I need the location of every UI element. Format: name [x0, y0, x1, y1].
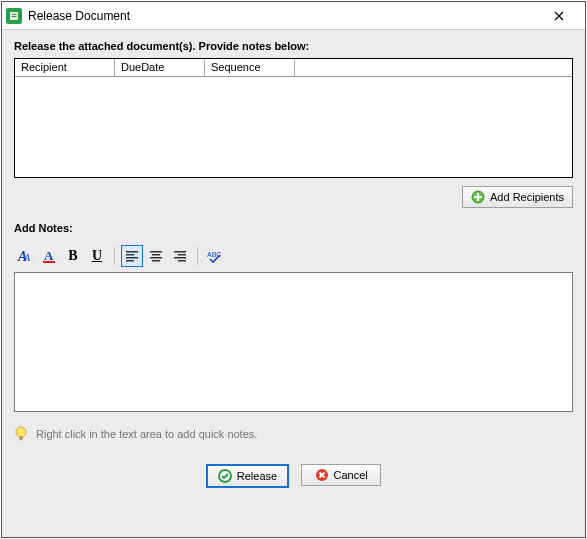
window-title: Release Document: [28, 9, 539, 23]
svg-rect-15: [152, 254, 160, 256]
column-duedate[interactable]: DueDate: [115, 59, 205, 76]
underline-icon: U: [92, 248, 102, 264]
release-label: Release: [237, 470, 277, 482]
add-notes-label: Add Notes:: [14, 222, 573, 234]
separator: [197, 247, 198, 265]
svg-rect-24: [19, 436, 23, 439]
svg-rect-14: [150, 251, 162, 253]
plus-icon: [471, 190, 485, 204]
dialog-window: Release Document Release the attached do…: [1, 1, 586, 538]
svg-rect-17: [152, 260, 160, 262]
svg-rect-1: [12, 14, 17, 15]
svg-rect-16: [150, 257, 162, 259]
add-recipients-label: Add Recipients: [490, 191, 564, 203]
close-button[interactable]: [539, 3, 579, 29]
add-recipients-button[interactable]: Add Recipients: [462, 186, 573, 208]
svg-rect-21: [178, 260, 186, 262]
notes-toolbar: AA A B U ABC: [14, 244, 573, 268]
align-left-button[interactable]: [121, 245, 143, 267]
svg-rect-19: [178, 254, 186, 256]
spellcheck-button[interactable]: ABC: [204, 245, 226, 267]
footer-buttons: Release Cancel: [14, 464, 573, 488]
svg-rect-10: [126, 251, 138, 253]
check-circle-icon: [218, 469, 232, 483]
svg-rect-5: [474, 196, 482, 198]
bold-icon: B: [68, 248, 77, 264]
column-spacer: [295, 59, 572, 76]
svg-rect-2: [12, 16, 17, 17]
cancel-label: Cancel: [334, 469, 368, 481]
font-color-button[interactable]: A: [38, 245, 60, 267]
svg-rect-13: [126, 260, 134, 262]
grid-body-empty[interactable]: [15, 77, 572, 177]
svg-rect-11: [126, 254, 134, 256]
cancel-button[interactable]: Cancel: [301, 464, 381, 486]
svg-rect-18: [174, 251, 186, 253]
underline-button[interactable]: U: [86, 245, 108, 267]
hint-row: Right click in the text area to add quic…: [14, 426, 573, 442]
svg-point-23: [16, 427, 26, 437]
svg-rect-20: [174, 257, 186, 259]
release-button[interactable]: Release: [206, 464, 289, 488]
recipients-grid[interactable]: Recipient DueDate Sequence: [14, 58, 573, 178]
grid-header: Recipient DueDate Sequence: [15, 59, 572, 77]
dialog-body: Release the attached document(s). Provid…: [2, 30, 585, 537]
column-recipient[interactable]: Recipient: [15, 59, 115, 76]
titlebar: Release Document: [2, 2, 585, 30]
notes-textarea[interactable]: [14, 272, 573, 412]
instruction-label: Release the attached document(s). Provid…: [14, 40, 573, 52]
svg-text:ABC: ABC: [207, 251, 221, 258]
svg-rect-9: [43, 261, 55, 263]
hint-text: Right click in the text area to add quic…: [36, 428, 257, 440]
app-icon: [6, 8, 22, 24]
svg-text:A: A: [44, 248, 54, 263]
svg-text:A: A: [23, 252, 31, 263]
font-style-button[interactable]: AA: [14, 245, 36, 267]
column-sequence[interactable]: Sequence: [205, 59, 295, 76]
bold-button[interactable]: B: [62, 245, 84, 267]
separator: [114, 247, 115, 265]
align-right-button[interactable]: [169, 245, 191, 267]
svg-rect-25: [20, 439, 23, 440]
svg-rect-12: [126, 257, 138, 259]
lightbulb-icon: [14, 426, 28, 442]
align-center-button[interactable]: [145, 245, 167, 267]
cancel-circle-icon: [315, 468, 329, 482]
